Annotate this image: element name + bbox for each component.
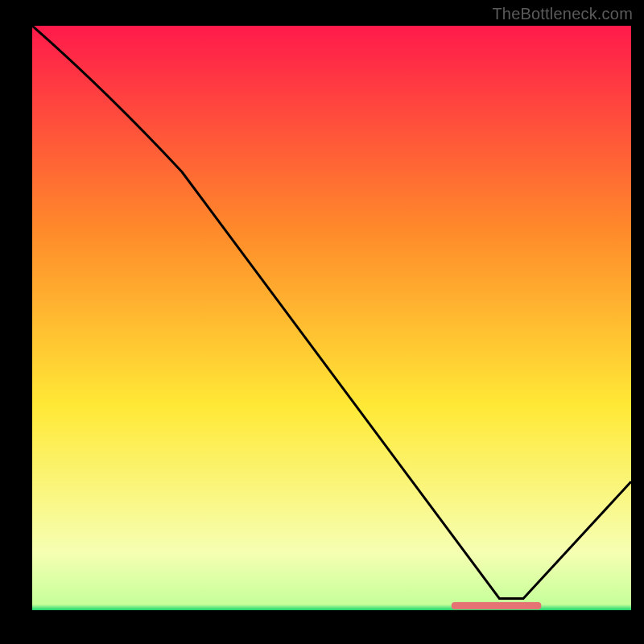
bottleneck-chart: [0, 0, 644, 644]
chart-container: TheBottleneck.com: [0, 0, 644, 644]
plot-area: [32, 26, 631, 610]
optimum-highlight-bar: [452, 602, 542, 609]
attribution-text: TheBottleneck.com: [492, 5, 633, 23]
